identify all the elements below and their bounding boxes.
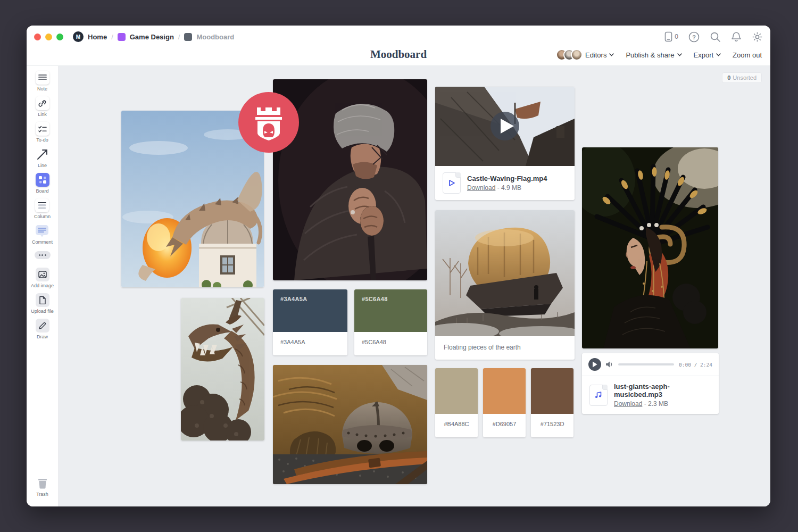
draw-button[interactable]: Draw — [36, 319, 49, 339]
editors-label: Editors — [585, 51, 606, 59]
audio-download-link[interactable]: Download — [614, 400, 642, 408]
unsorted-count: 0 — [727, 74, 730, 81]
video-card[interactable]: Castle-Waving-Flag.mp4 Download - 4.9 MB — [435, 87, 575, 200]
color-swatch-card[interactable]: #D69057 — [483, 368, 526, 437]
audio-player: 0:00 / 2:24 — [582, 353, 719, 376]
tool-label: Upload file — [31, 309, 54, 314]
upload-file-icon — [36, 293, 49, 307]
todo-icon — [36, 122, 49, 136]
upload-file-button[interactable]: Upload file — [31, 293, 54, 314]
phone-icon — [664, 31, 672, 42]
add-image-button[interactable]: Add image — [31, 268, 54, 288]
image-card-crest-logo[interactable] — [238, 92, 300, 155]
tool-note[interactable]: Note — [36, 71, 49, 92]
current-board-icon — [184, 33, 192, 41]
color-swatch: #5C6A48 — [354, 289, 427, 332]
tool-comment[interactable]: Comment — [32, 224, 53, 245]
app-window: M Home / Game Design / Moodboard 0 ? — [27, 26, 770, 506]
tool-board[interactable]: Board — [36, 173, 49, 194]
video-file-icon — [443, 172, 461, 194]
close-window-button[interactable] — [34, 34, 41, 40]
viking-helmet-photo — [273, 365, 427, 484]
app-logo-icon[interactable]: M — [73, 31, 84, 42]
export-button[interactable]: Export — [694, 51, 721, 59]
video-download-link[interactable]: Download — [467, 184, 495, 192]
swatch-hex-label: #D69057 — [483, 414, 526, 436]
tool-label: Note — [37, 86, 47, 92]
help-icon[interactable]: ? — [688, 31, 700, 43]
notifications-bell-icon[interactable] — [731, 31, 742, 43]
tool-todo[interactable]: To-do — [36, 122, 49, 143]
tool-link[interactable]: Link — [36, 96, 49, 117]
audio-file-icon — [589, 385, 608, 406]
color-swatch-card[interactable]: #5C6A48 #5C6A48 — [354, 289, 427, 355]
line-arrow-icon — [36, 147, 49, 161]
color-swatch-card[interactable]: #B4A88C — [435, 368, 478, 437]
tool-label: Add image — [31, 283, 54, 288]
audio-progress-bar[interactable] — [618, 363, 674, 365]
add-image-icon — [36, 268, 49, 281]
header: M Home / Game Design / Moodboard 0 ? — [27, 26, 770, 66]
zoom-out-button[interactable]: Zoom out — [733, 51, 762, 59]
trash-button[interactable]: Trash — [36, 476, 49, 497]
unsorted-badge[interactable]: 0Unsorted — [722, 72, 762, 83]
trash-icon — [36, 476, 49, 490]
swatch-hex-label: #71523D — [531, 414, 573, 436]
export-label: Export — [694, 51, 714, 59]
search-icon[interactable] — [710, 31, 721, 43]
meta-separator: - — [495, 184, 501, 192]
color-swatch-card[interactable]: #71523D — [531, 368, 573, 437]
board-canvas[interactable]: 0Unsorted — [59, 66, 770, 506]
board-icon — [36, 173, 49, 187]
tool-column[interactable]: Column — [34, 198, 51, 219]
column-icon — [35, 198, 49, 212]
image-card-viking-helmet[interactable] — [273, 365, 427, 484]
swatch-hex-label: #5C6A48 — [354, 332, 427, 354]
swatch-hex-label: #3A4A5A — [273, 332, 347, 354]
color-swatch: #3A4A5A — [273, 289, 347, 332]
image-card-floating-rock[interactable]: Floating pieces of the earth — [435, 210, 575, 360]
draw-pencil-icon — [36, 319, 49, 332]
swatch-hex-overlay: #3A4A5A — [280, 296, 307, 302]
image-card-headdress-woman[interactable] — [582, 147, 718, 348]
project-board-icon[interactable] — [118, 33, 126, 41]
tool-label: Line — [38, 163, 47, 168]
floating-rock-photo — [435, 210, 575, 336]
swatch-hex-overlay: #5C6A48 — [362, 296, 388, 302]
video-filesize: 4.9 MB — [501, 184, 521, 192]
audio-filename: lust-giants-aeph-musicbed.mp3 — [614, 383, 711, 398]
volume-icon[interactable] — [606, 361, 613, 368]
tool-label: Column — [34, 214, 51, 219]
minimize-window-button[interactable] — [45, 34, 52, 40]
image-card-dragon-statue[interactable] — [181, 298, 264, 440]
audio-card[interactable]: 0:00 / 2:24 lust-giants-aeph-musicbed.mp… — [582, 353, 719, 414]
comment-icon — [35, 224, 49, 238]
settings-gear-icon[interactable] — [752, 31, 763, 43]
breadcrumb: M Home / Game Design / Moodboard — [73, 31, 234, 42]
unsorted-label: Unsorted — [733, 74, 757, 81]
headdress-woman-photo — [582, 147, 718, 348]
rock-caption: Floating pieces of the earth — [435, 336, 575, 360]
tool-label: To-do — [36, 137, 48, 143]
castle-crest-logo — [238, 92, 300, 153]
window-controls — [34, 34, 63, 40]
link-icon — [36, 96, 49, 110]
chevron-down-icon — [677, 53, 682, 56]
publish-share-button[interactable]: Publish & share — [626, 51, 681, 59]
color-swatch-card[interactable]: #3A4A5A #3A4A5A — [273, 289, 347, 355]
breadcrumb-home[interactable]: Home — [88, 33, 107, 41]
chevron-down-icon — [609, 53, 614, 56]
more-tools-button[interactable] — [35, 251, 51, 259]
chevron-down-icon — [716, 53, 721, 56]
color-swatch — [483, 368, 526, 414]
breadcrumb-project[interactable]: Game Design — [130, 33, 174, 41]
mobile-uploads-count: 0 — [675, 33, 678, 40]
editors-menu[interactable]: Editors — [556, 49, 614, 61]
breadcrumb-current: Moodboard — [196, 33, 234, 41]
tool-line[interactable]: Line — [36, 147, 49, 168]
video-filename: Castle-Waving-Flag.mp4 — [467, 174, 547, 182]
audio-play-button[interactable] — [588, 358, 601, 371]
audio-filesize: 2.3 MB — [648, 400, 668, 408]
zoom-window-button[interactable] — [56, 34, 63, 40]
mobile-uploads-button[interactable]: 0 — [664, 31, 678, 42]
